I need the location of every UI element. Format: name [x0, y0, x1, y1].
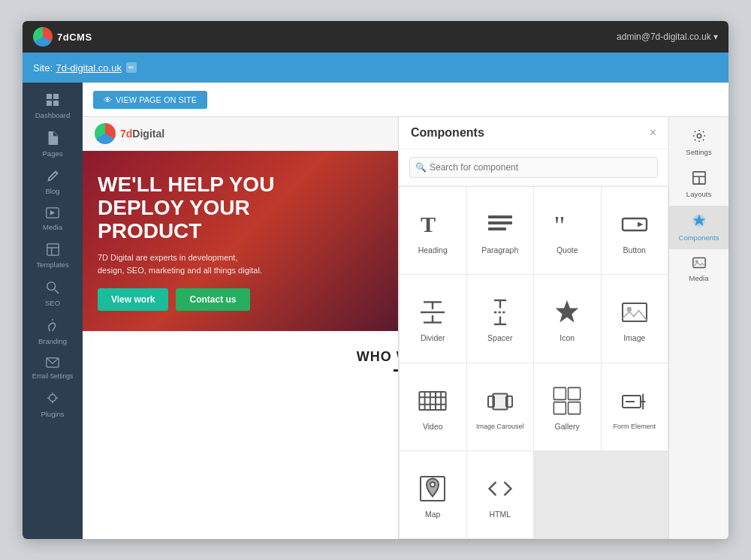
right-sidebar: Settings Layouts [668, 117, 728, 539]
sidebar-item-branding[interactable]: Branding [23, 313, 83, 351]
quote-label: Quote [556, 245, 578, 254]
component-heading[interactable]: T Heading [400, 187, 466, 274]
right-media-icon [692, 257, 706, 272]
svg-marker-34 [556, 300, 578, 323]
paragraph-label: Paragraph [481, 245, 518, 254]
svg-rect-19 [488, 215, 512, 218]
svg-point-57 [697, 134, 701, 137]
panel-search: 🔍 [399, 149, 668, 186]
component-divider[interactable]: Divider [400, 275, 466, 362]
view-work-button[interactable]: View work [98, 288, 168, 311]
divider-label: Divider [421, 333, 445, 342]
sidebar-item-seo[interactable]: SEO [23, 275, 83, 313]
sidebar-item-plugins[interactable]: Plugins [23, 386, 83, 424]
right-sidebar-settings[interactable]: Settings [669, 122, 728, 164]
sidebar-label-branding: Branding [38, 337, 67, 345]
page-toolbar: 👁 VIEW PAGE ON SITE [83, 83, 728, 117]
components-icon [692, 213, 707, 231]
panel-header: Components × [399, 117, 668, 149]
component-search-input[interactable] [409, 157, 658, 178]
svg-rect-6 [47, 244, 58, 255]
sidebar-item-blog[interactable]: Blog [23, 164, 83, 201]
svg-rect-44 [493, 393, 507, 409]
left-sidebar: Dashboard Pages Blog Media [23, 83, 83, 539]
page-content: 7dDigital WE'LL HELP YOU DEPLOY YOUR PRO… [83, 117, 728, 539]
image-label: Image [623, 333, 645, 342]
component-paragraph[interactable]: Paragraph [467, 187, 534, 274]
sidebar-label-media: Media [43, 223, 62, 231]
component-form-element[interactable]: Form Element [602, 363, 668, 450]
svg-rect-49 [554, 402, 566, 414]
app-title: 7dCMS [57, 32, 92, 43]
site-name[interactable]: 7d-digital.co.uk [56, 62, 121, 74]
right-media-label: Media [689, 274, 709, 282]
svg-text:": " [554, 210, 566, 239]
component-map[interactable]: Map [400, 451, 466, 538]
right-sidebar-layouts[interactable]: Layouts [669, 164, 728, 206]
sidebar-label-seo: SEO [45, 299, 60, 307]
seo-icon [46, 281, 59, 297]
admin-menu[interactable]: admin@7d-digital.co.uk ▾ [617, 32, 718, 42]
right-sidebar-media[interactable]: Media [669, 249, 728, 290]
icon-label: Icon [559, 333, 575, 342]
component-quote[interactable]: " Quote [534, 187, 601, 274]
eye-icon: 👁 [104, 95, 112, 104]
image-carousel-label: Image Carousel [476, 423, 524, 430]
right-sidebar-components[interactable]: Components [669, 206, 728, 249]
settings-icon [692, 129, 706, 146]
spacer-label: Spacer [487, 333, 512, 342]
sidebar-label-blog: Blog [45, 187, 59, 195]
svg-rect-35 [623, 303, 647, 321]
email-settings-icon [46, 357, 59, 370]
contact-us-button[interactable]: Contact us [176, 288, 249, 311]
svg-rect-3 [53, 101, 59, 106]
logo-area: 7dCMS [33, 27, 92, 47]
video-label: Video [423, 422, 443, 431]
components-label: Components [679, 233, 719, 242]
site-bar: Site: 7d-digital.co.uk ✏ [23, 53, 728, 83]
brand-logo-text: 7dDigital [120, 128, 164, 140]
view-page-button[interactable]: 👁 VIEW PAGE ON SITE [93, 91, 207, 109]
top-bar: 7dCMS admin@7d-digital.co.uk ▾ [23, 21, 728, 53]
page-area: 👁 VIEW PAGE ON SITE 7dDigital [83, 83, 728, 539]
svg-line-10 [55, 290, 59, 294]
svg-rect-48 [569, 387, 581, 399]
svg-rect-37 [420, 392, 446, 410]
components-panel: Components × 🔍 T [398, 117, 668, 539]
svg-rect-50 [569, 402, 581, 414]
search-wrap: 🔍 [409, 157, 658, 178]
site-edit-icon[interactable]: ✏ [126, 62, 137, 73]
settings-label: Settings [686, 148, 711, 156]
component-html[interactable]: HTML [467, 451, 534, 538]
component-icon[interactable]: Icon [534, 275, 601, 362]
pages-icon [47, 131, 59, 147]
panel-title: Components [411, 126, 484, 140]
svg-rect-0 [47, 94, 52, 99]
svg-text:T: T [421, 212, 436, 238]
sidebar-label-email-settings: Email Settings [32, 372, 73, 380]
sidebar-item-dashboard[interactable]: Dashboard [23, 87, 83, 125]
component-video[interactable]: Video [400, 363, 466, 450]
branding-icon [47, 319, 59, 335]
html-label: HTML [489, 510, 511, 519]
component-button[interactable]: Button [602, 187, 668, 274]
form-element-label: Form Element [613, 423, 656, 430]
svg-rect-20 [488, 221, 512, 224]
sidebar-label-plugins: Plugins [41, 410, 64, 418]
component-image[interactable]: Image [602, 275, 668, 362]
layouts-label: Layouts [686, 190, 711, 198]
component-image-carousel[interactable]: Image Carousel [467, 363, 534, 450]
sidebar-item-media[interactable]: Media [23, 201, 83, 237]
main-content: Dashboard Pages Blog Media [23, 83, 728, 539]
sidebar-item-pages[interactable]: Pages [23, 125, 83, 164]
svg-marker-5 [50, 210, 56, 215]
panel-close-button[interactable]: × [650, 127, 656, 139]
sidebar-item-email-settings[interactable]: Email Settings [23, 351, 83, 386]
sidebar-item-templates[interactable]: Templates [23, 237, 83, 275]
component-spacer[interactable]: Spacer [467, 275, 534, 362]
sidebar-label-pages: Pages [43, 149, 63, 158]
svg-rect-62 [692, 257, 704, 267]
layouts-icon [692, 171, 706, 188]
svg-rect-2 [47, 101, 52, 106]
component-gallery[interactable]: Gallery [534, 363, 601, 450]
